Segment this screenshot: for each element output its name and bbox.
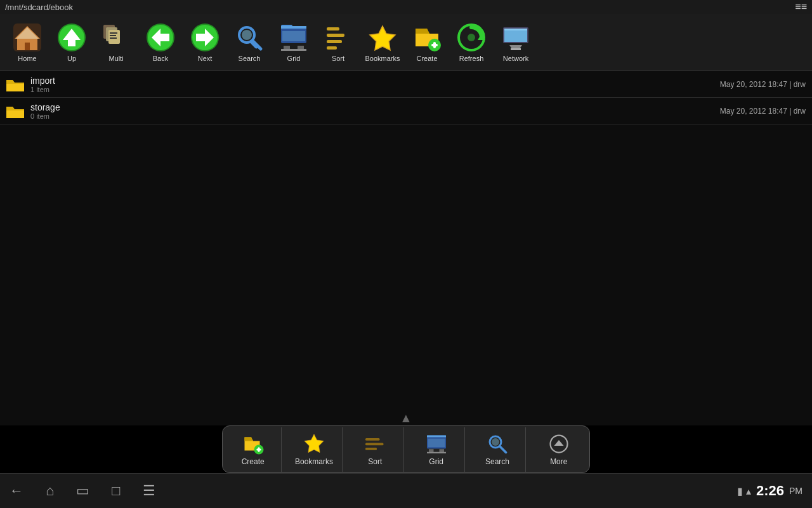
toolbar-back-label: Back xyxy=(153,55,168,62)
file-meta-import: May 20, 2012 18:47 | drw xyxy=(720,80,806,89)
svg-rect-48 xyxy=(258,447,259,452)
toolbar-refresh-label: Refresh xyxy=(459,55,484,62)
folder-icon-storage xyxy=(6,104,24,118)
svg-rect-58 xyxy=(427,452,446,453)
svg-rect-26 xyxy=(282,31,305,41)
nav-home-button[interactable]: ⌂ xyxy=(46,483,54,499)
back-icon xyxy=(145,22,176,53)
toolbar-grid-button[interactable]: Grid xyxy=(272,15,316,69)
search-toolbar-icon xyxy=(234,22,265,53)
svg-rect-55 xyxy=(428,439,445,448)
dock-create-icon xyxy=(242,432,265,455)
bottom-dock: Create Bookmarks Sort Grid xyxy=(222,425,590,473)
toolbar-multi-label: Multi xyxy=(108,55,123,62)
toolbar-up-label: Up xyxy=(67,55,76,62)
dock-more-label: More xyxy=(550,457,567,466)
svg-rect-57 xyxy=(439,449,444,452)
svg-rect-29 xyxy=(281,49,306,51)
svg-marker-49 xyxy=(304,434,324,453)
file-name-import: import xyxy=(30,76,720,86)
bookmarks-toolbar-icon xyxy=(367,22,398,53)
file-meta-storage: May 20, 2012 18:47 | drw xyxy=(720,107,806,116)
file-name-storage: storage xyxy=(30,102,720,112)
svg-rect-43 xyxy=(504,29,527,30)
toolbar-create-button[interactable]: Create xyxy=(405,15,449,69)
dock-more-icon xyxy=(547,432,570,455)
network-toolbar-icon xyxy=(501,22,531,53)
dock-grid-button[interactable]: Grid xyxy=(408,427,465,472)
toolbar-next-button[interactable]: Next xyxy=(183,15,227,69)
menu-icon[interactable]: ≡≡ xyxy=(795,1,807,13)
dock-create-button[interactable]: Create xyxy=(225,427,282,472)
file-info-storage: storage 0 item xyxy=(30,102,720,120)
dock-sort-label: Sort xyxy=(368,457,382,466)
svg-marker-63 xyxy=(554,440,563,446)
svg-rect-56 xyxy=(429,449,434,452)
nav-back-button[interactable]: ← xyxy=(10,483,23,499)
dock-search-button[interactable]: Search xyxy=(469,427,526,472)
nav-screenshot-button[interactable]: □ xyxy=(112,483,120,499)
dock-more-button[interactable]: More xyxy=(530,427,587,472)
svg-rect-12 xyxy=(110,37,117,39)
toolbar-sort-label: Sort xyxy=(332,55,344,62)
svg-rect-51 xyxy=(365,443,384,446)
toolbar-back-button[interactable]: Back xyxy=(138,15,183,69)
svg-point-20 xyxy=(242,30,252,40)
toolbar-bookmarks-label: Bookmarks xyxy=(365,55,400,62)
svg-rect-25 xyxy=(281,26,306,29)
dock-create-label: Create xyxy=(242,457,265,466)
dock-bookmarks-icon xyxy=(303,432,325,455)
toolbar-up-button[interactable]: Up xyxy=(49,15,94,69)
dock-bookmarks-button[interactable]: Bookmarks xyxy=(285,427,343,472)
dock-grid-icon xyxy=(425,432,448,455)
system-bar: ← ⌂ ▭ □ ☰ ▮ ▴ 2:26 PM xyxy=(0,473,812,508)
dock-search-icon xyxy=(486,432,509,455)
dock-grid-label: Grid xyxy=(429,457,443,466)
file-row-storage[interactable]: storage 0 item May 20, 2012 18:47 | drw xyxy=(0,98,812,124)
refresh-toolbar-icon xyxy=(456,22,487,53)
toolbar-home-button[interactable]: Home xyxy=(5,15,49,69)
file-sub-storage: 0 item xyxy=(30,112,720,120)
up-icon xyxy=(56,22,87,53)
nav-menu-button[interactable]: ☰ xyxy=(143,483,155,499)
svg-rect-30 xyxy=(327,27,339,30)
svg-rect-45 xyxy=(511,48,521,50)
battery-icon: ▮ xyxy=(737,485,743,497)
dock-sort-icon xyxy=(363,432,386,455)
svg-rect-9 xyxy=(108,30,120,44)
folder-icon-import xyxy=(6,77,24,91)
toolbar-network-label: Network xyxy=(503,55,528,62)
svg-rect-33 xyxy=(327,46,337,50)
clock-display: 2:26 xyxy=(756,483,784,499)
path-text: /mnt/sdcard/ebook xyxy=(5,3,73,12)
toolbar-refresh-button[interactable]: Refresh xyxy=(449,15,494,69)
svg-rect-42 xyxy=(504,29,527,42)
toolbar-search-label: Search xyxy=(239,55,261,62)
file-list-area: import 1 item May 20, 2012 18:47 | drw s… xyxy=(0,71,812,425)
toolbar-create-label: Create xyxy=(416,55,437,62)
svg-rect-52 xyxy=(365,448,377,450)
toolbar-home-label: Home xyxy=(18,55,36,62)
toolbar-search-button[interactable]: Search xyxy=(227,15,272,69)
svg-point-40 xyxy=(468,34,475,41)
svg-line-61 xyxy=(500,446,506,453)
create-toolbar-icon xyxy=(412,22,442,53)
svg-rect-31 xyxy=(327,34,344,37)
file-info-import: import 1 item xyxy=(30,76,720,93)
toolbar-network-button[interactable]: Network xyxy=(494,15,538,69)
svg-rect-32 xyxy=(327,40,342,43)
svg-rect-3 xyxy=(25,43,30,50)
dock-sort-button[interactable]: Sort xyxy=(347,427,404,472)
multi-icon xyxy=(101,22,131,53)
toolbar-multi-button[interactable]: Multi xyxy=(94,15,138,69)
nav-buttons: ← ⌂ ▭ □ ☰ xyxy=(10,483,155,499)
nav-recent-button[interactable]: ▭ xyxy=(76,483,89,499)
toolbar-bookmarks-button[interactable]: Bookmarks xyxy=(360,15,405,69)
toolbar-grid-label: Grid xyxy=(287,55,301,62)
svg-rect-37 xyxy=(433,42,436,48)
dock-bookmarks-label: Bookmarks xyxy=(295,457,333,466)
toolbar-sort-button[interactable]: Sort xyxy=(316,15,360,69)
chevron-up-button[interactable]: ▲ xyxy=(400,411,412,425)
file-row-import[interactable]: import 1 item May 20, 2012 18:47 | drw xyxy=(0,71,812,98)
svg-rect-54 xyxy=(427,436,446,438)
